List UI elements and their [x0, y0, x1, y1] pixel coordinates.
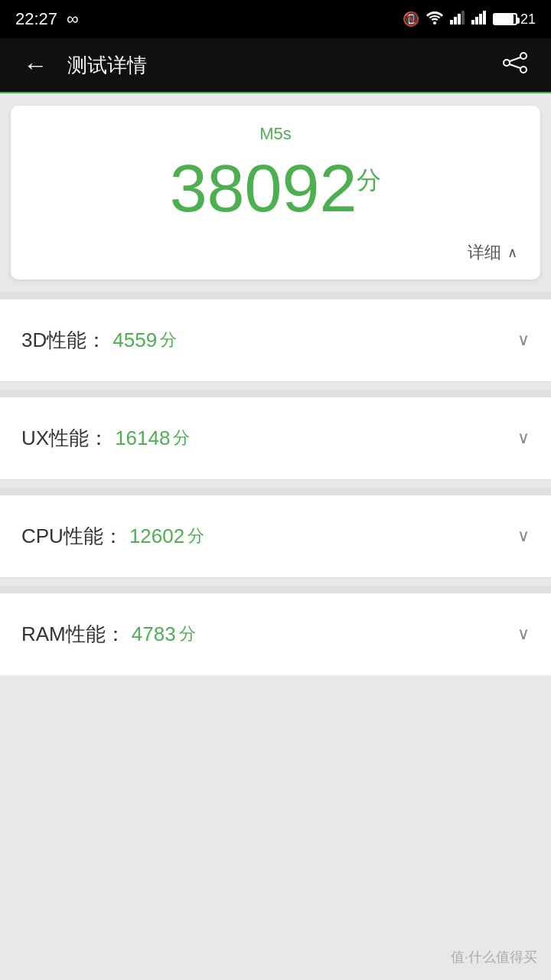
detail-toggle[interactable]: 详细 ∧ [34, 241, 517, 264]
category-3d-label-group: 3D性能： 4559 分 [21, 327, 177, 354]
separator-1 [0, 292, 551, 299]
category-cpu[interactable]: CPU性能： 12602 分 ∨ [0, 495, 551, 578]
share-button[interactable] [494, 44, 536, 87]
separator-2 [0, 390, 551, 397]
status-bar: 22:27 ∞ 📵 [0, 0, 551, 38]
svg-rect-2 [454, 17, 457, 24]
svg-rect-3 [458, 14, 461, 24]
svg-rect-6 [475, 17, 478, 24]
category-ux-label-group: UX性能： 16148 分 [21, 425, 190, 452]
category-ux-label: UX性能： [21, 425, 109, 452]
category-ux[interactable]: UX性能： 16148 分 ∨ [0, 397, 551, 480]
back-button[interactable]: ← [15, 44, 55, 87]
svg-rect-5 [471, 20, 474, 24]
svg-point-9 [520, 53, 527, 59]
score-card: M5s 38092分 详细 ∧ [11, 106, 540, 279]
battery-icon [493, 13, 517, 25]
category-ram[interactable]: RAM性能： 4783 分 ∨ [0, 593, 551, 675]
battery-level: 21 [520, 11, 536, 28]
app-bar: ← 测试详情 [0, 38, 551, 92]
svg-point-10 [520, 67, 527, 73]
svg-line-12 [510, 57, 520, 61]
score-unit: 分 [357, 166, 381, 194]
svg-rect-7 [479, 14, 482, 24]
signal-icon [450, 11, 465, 28]
category-ram-unit: 分 [179, 622, 196, 645]
chevron-down-icon-ram: ∨ [517, 624, 530, 644]
category-ram-label: RAM性能： [21, 621, 126, 648]
category-ux-unit: 分 [173, 426, 190, 449]
detail-label: 详细 [468, 241, 501, 264]
total-score: 38092分 [34, 152, 517, 226]
category-3d[interactable]: 3D性能： 4559 分 ∨ [0, 299, 551, 382]
category-ux-score: 16148 [115, 426, 170, 450]
page-title: 测试详情 [67, 52, 494, 79]
device-name: M5s [34, 124, 517, 144]
accent-divider [0, 92, 551, 93]
wifi-icon [425, 11, 444, 28]
svg-rect-1 [450, 20, 453, 24]
categories-list: 3D性能： 4559 分 ∨ UX性能： 16148 分 ∨ CPU性能： 12… [0, 299, 551, 675]
infinity-icon: ∞ [67, 9, 79, 29]
status-left: 22:27 ∞ [15, 9, 79, 29]
camera-off-icon: 📵 [403, 11, 419, 28]
category-ram-score: 4783 [132, 622, 176, 646]
category-cpu-label: CPU性能： [21, 523, 123, 550]
time-display: 22:27 [15, 9, 57, 29]
svg-rect-8 [483, 11, 486, 24]
category-3d-score: 4559 [112, 328, 157, 352]
signal2-icon [471, 11, 487, 28]
watermark: 值·什么值得买 [451, 948, 537, 966]
status-right: 📵 [403, 11, 536, 28]
category-3d-label: 3D性能： [21, 327, 106, 354]
category-cpu-score: 12602 [129, 524, 184, 548]
svg-point-0 [433, 21, 436, 24]
svg-rect-4 [461, 11, 465, 24]
category-cpu-unit: 分 [187, 524, 204, 547]
chevron-down-icon-ux: ∨ [517, 428, 530, 448]
chevron-down-icon-cpu: ∨ [517, 526, 530, 546]
chevron-up-icon: ∧ [507, 244, 517, 261]
chevron-down-icon-3d: ∨ [517, 330, 530, 350]
category-3d-unit: 分 [160, 328, 177, 351]
battery-container: 21 [493, 11, 536, 28]
category-cpu-label-group: CPU性能： 12602 分 [21, 523, 204, 550]
svg-line-13 [510, 64, 520, 68]
svg-point-11 [504, 60, 510, 66]
category-ram-label-group: RAM性能： 4783 分 [21, 621, 196, 648]
separator-4 [0, 586, 551, 593]
separator-3 [0, 488, 551, 495]
